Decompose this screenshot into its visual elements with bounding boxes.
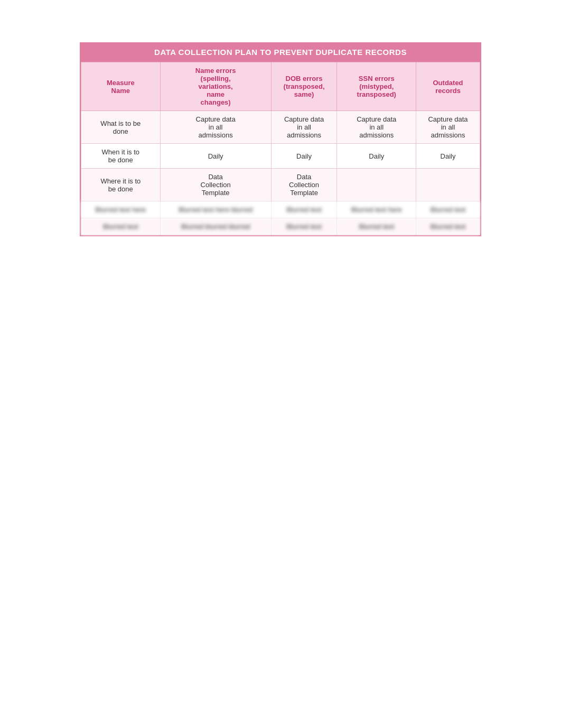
col-header-dob_errors: DOB errors (transposed, same)	[271, 62, 337, 111]
cell-measure: When it is to be done	[81, 144, 161, 169]
table-row: When it is to be doneDailyDailyDailyDail…	[81, 144, 480, 169]
col-header-name_errors: Name errors (spelling, variations, name …	[160, 62, 271, 111]
table-row: Where it is to be doneData Collection Te…	[81, 169, 480, 201]
cell-ssn_errors: Blurred text	[337, 218, 416, 235]
cell-name_errors: Daily	[160, 144, 271, 169]
table-row: What is to be doneCapture data in all ad…	[81, 111, 480, 144]
col-header-outdated: Outdated records	[416, 62, 480, 111]
table-row: Blurred text hereBlurred text here blurr…	[81, 201, 480, 218]
cell-measure: Blurred text	[81, 218, 161, 235]
cell-ssn_errors: Blurred text here	[337, 201, 416, 218]
col-header-measure: Measure Name	[81, 62, 161, 111]
cell-measure: Blurred text here	[81, 201, 161, 218]
cell-dob_errors: Capture data in all admissions	[271, 111, 337, 144]
cell-ssn_errors: Capture data in all admissions	[337, 111, 416, 144]
cell-dob_errors: Data Collection Template	[271, 169, 337, 201]
cell-name_errors: Data Collection Template	[160, 169, 271, 201]
cell-name_errors: Blurred blurred blurred	[160, 218, 271, 235]
cell-dob_errors: Daily	[271, 144, 337, 169]
cell-outdated: Blurred text	[416, 201, 480, 218]
table-row: Blurred textBlurred blurred blurredBlurr…	[81, 218, 480, 235]
cell-outdated: Capture data in all admissions	[416, 111, 480, 144]
cell-dob_errors: Blurred text	[271, 201, 337, 218]
cell-name_errors: Capture data in all admissions	[160, 111, 271, 144]
cell-measure: Where it is to be done	[81, 169, 161, 201]
col-header-ssn_errors: SSN errors (mistyped, transposed)	[337, 62, 416, 111]
cell-outdated	[416, 169, 480, 201]
data-collection-table: DATA COLLECTION PLAN TO PREVENT DUPLICAT…	[80, 42, 481, 236]
cell-measure: What is to be done	[81, 111, 161, 144]
cell-outdated: Blurred text	[416, 218, 480, 235]
cell-name_errors: Blurred text here blurred	[160, 201, 271, 218]
table-header-row: Measure NameName errors (spelling, varia…	[81, 62, 480, 111]
cell-ssn_errors: Daily	[337, 144, 416, 169]
cell-ssn_errors	[337, 169, 416, 201]
table-title: DATA COLLECTION PLAN TO PREVENT DUPLICAT…	[81, 43, 480, 62]
cell-outdated: Daily	[416, 144, 480, 169]
cell-dob_errors: Blurred text	[271, 218, 337, 235]
